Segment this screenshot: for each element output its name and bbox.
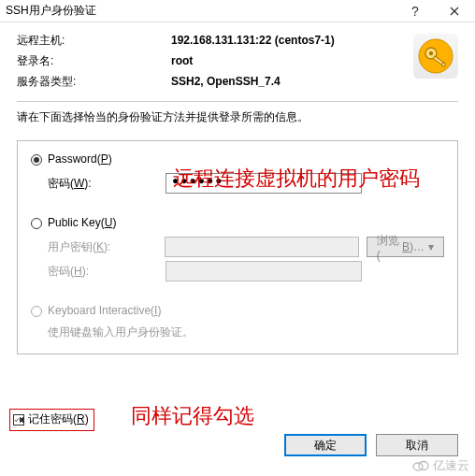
password-radio-label: Password(P) — [48, 152, 112, 166]
server-type-label: 服务器类型: — [17, 74, 171, 90]
password-radio[interactable] — [31, 154, 42, 166]
ok-button[interactable]: 确定 — [284, 434, 367, 456]
window-title: SSH用户身份验证 — [6, 3, 396, 19]
instruction-text: 请在下面选择恰当的身份验证方法并提供登录所需的信息。 — [17, 109, 458, 125]
svg-point-8 — [419, 462, 428, 470]
annotation-remember: 同样记得勾选 — [131, 402, 254, 430]
ki-radio-label: Keyboard Interactive(I) — [48, 304, 161, 317]
ki-subtext: 使用键盘输入用户身份验证。 — [31, 325, 444, 340]
password-field-label: 密码(W): — [48, 176, 166, 192]
userkey-input — [165, 237, 359, 257]
ki-radio — [31, 306, 42, 317]
watermark: 亿速云 — [412, 457, 469, 474]
dialog-buttons: 确定 取消 — [284, 434, 458, 456]
cancel-button[interactable]: 取消 — [376, 434, 458, 456]
userkey-label: 用户密钥(K): — [48, 239, 165, 255]
remember-password-container[interactable]: 记住密码(R) — [9, 409, 94, 431]
remote-host-label: 远程主机: — [17, 33, 171, 49]
close-button[interactable] — [434, 0, 475, 22]
login-label: 登录名: — [17, 53, 171, 69]
remote-host-value: 192.168.131.131:22 (centos7-1) — [171, 34, 335, 47]
divider — [17, 101, 458, 102]
help-button[interactable]: ? — [396, 0, 434, 22]
key-icon — [413, 34, 458, 79]
svg-rect-6 — [442, 63, 445, 66]
server-type-value: SSH2, OpenSSH_7.4 — [171, 75, 281, 88]
pk-password-input — [166, 261, 362, 281]
svg-point-4 — [429, 51, 433, 55]
pk-password-label: 密码(H): — [48, 264, 166, 280]
login-value: root — [171, 54, 193, 67]
connection-info: 远程主机: 192.168.131.131:22 (centos7-1) 登录名… — [17, 30, 458, 92]
publickey-radio[interactable] — [31, 218, 42, 229]
publickey-radio-label: Public Key(U) — [48, 216, 116, 229]
browse-button: 浏览(B)… ▾ — [367, 237, 444, 257]
titlebar: SSH用户身份验证 ? — [0, 0, 475, 22]
annotation-password: 远程连接虚拟机的用户密码 — [173, 165, 420, 193]
remember-checkbox[interactable] — [13, 414, 24, 426]
remember-label: 记住密码(R) — [28, 411, 89, 427]
